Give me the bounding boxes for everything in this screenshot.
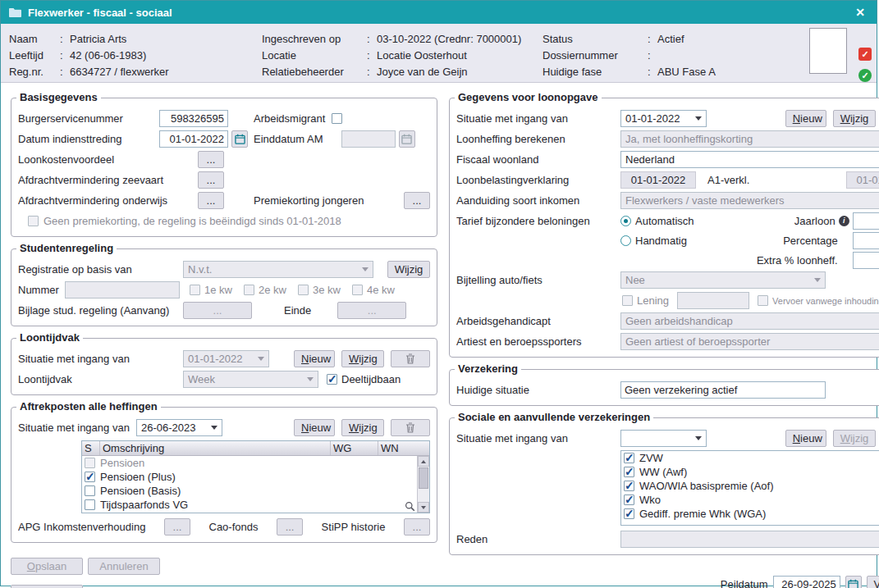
- annuleren-button[interactable]: Annuleren: [88, 558, 160, 575]
- stipp-historie-button[interactable]: ...: [404, 518, 430, 536]
- handmatig-radio[interactable]: [620, 235, 631, 246]
- vervoer-label: Vervoer vanwege inhoudingsplichtige: [772, 296, 879, 306]
- opslaan-button[interactable]: Opslaan: [11, 558, 83, 575]
- aftrek-delete-button[interactable]: [391, 419, 430, 436]
- scroll-up-button[interactable]: [418, 456, 429, 467]
- loontijdvak-delete-button[interactable]: [391, 350, 430, 367]
- aftrek-row-checkbox[interactable]: [85, 499, 95, 510]
- einddatum-am-label: Einddatum AM: [254, 133, 323, 145]
- search-icon[interactable]: [405, 501, 415, 512]
- verversen-button[interactable]: Verversen: [867, 576, 879, 588]
- a1-verklaring-field[interactable]: 01-01-2022: [846, 171, 879, 189]
- aftrek-row-label: Pensioen: [100, 457, 144, 469]
- soort-inkomen-select[interactable]: Flexwerkers / vaste medewerkers: [620, 192, 879, 209]
- aftrek-nieuw-button[interactable]: Nieuw: [294, 419, 335, 436]
- loonopgave-wijzig-button[interactable]: Wijzig: [833, 110, 876, 127]
- list-item-checkbox[interactable]: [624, 467, 634, 477]
- lening-checkbox: [622, 295, 633, 306]
- bsn-input[interactable]: [159, 110, 228, 127]
- arbeidsmigrant-checkbox[interactable]: [332, 113, 342, 124]
- list-item-checkbox[interactable]: [624, 495, 634, 505]
- list-item-checkbox[interactable]: [624, 508, 634, 519]
- list-item[interactable]: ZVW: [621, 451, 879, 465]
- automatisch-label: Automatisch: [635, 215, 694, 227]
- aftrek-row-label: Tijdspaarfonds VG: [100, 499, 188, 511]
- scroll-thumb[interactable]: [419, 467, 428, 489]
- aftrek-row[interactable]: Tijdspaarfonds VG: [82, 498, 429, 512]
- percentage-input[interactable]: [853, 232, 879, 249]
- trash-icon: [405, 353, 415, 364]
- aftrek-row[interactable]: Pensioen: [82, 456, 429, 470]
- percentage-label: Percentage: [783, 235, 838, 247]
- info-value-huidige-fase: ABU Fase A: [657, 66, 716, 78]
- registratie-select[interactable]: N.v.t.: [183, 261, 373, 278]
- aftrek-situatie-select[interactable]: 26-06-2023: [136, 419, 222, 436]
- vertical-scrollbar[interactable]: [417, 456, 429, 513]
- chevron-down-icon: [695, 116, 702, 121]
- loontijdvak-situatie-select[interactable]: 01-01-2022: [183, 350, 269, 367]
- list-item[interactable]: WAO/WIA basispremie (Aof): [621, 479, 879, 493]
- afdrachtvermindering-zeevaart-button[interactable]: ...: [198, 171, 224, 189]
- info-value-status: Actief: [657, 33, 684, 45]
- lening-label: Lening: [637, 294, 669, 307]
- sociale-nieuw-button[interactable]: Nieuw: [785, 430, 826, 447]
- deeltijdbaan-checkbox[interactable]: [327, 374, 337, 385]
- kw1-label: 1e kw: [204, 284, 232, 296]
- chevron-down-icon: [695, 436, 702, 440]
- jaarloon-input[interactable]: [853, 212, 879, 230]
- afdrachtvermindering-onderwijs-button[interactable]: ...: [198, 192, 224, 209]
- list-item[interactable]: Wko: [621, 493, 879, 507]
- sociale-situatie-select[interactable]: [620, 430, 707, 447]
- list-item-checkbox[interactable]: [624, 481, 634, 491]
- list-item[interactable]: Gediff. premie Whk (WGA): [621, 507, 879, 521]
- info-label-locatie: Locatie: [262, 49, 367, 62]
- loonheffing-select[interactable]: Ja, met loonheffingskorting: [620, 130, 879, 148]
- group-title-basisgegevens: Basisgegevens: [16, 91, 101, 103]
- peildatum-input[interactable]: [773, 576, 840, 588]
- aftrek-row-checkbox[interactable]: [85, 472, 95, 482]
- artiest-select[interactable]: Geen artiest of beroepssporter: [620, 333, 879, 350]
- huidige-situatie-input[interactable]: [620, 381, 826, 399]
- loonopgave-nieuw-button[interactable]: Nieuw: [785, 110, 826, 127]
- premiekorting-jongeren-label: Premiekorting jongeren: [254, 194, 364, 207]
- loonkostenvoordeel-button[interactable]: ...: [198, 151, 224, 168]
- kw2-checkbox: [244, 285, 254, 295]
- apg-button[interactable]: ...: [164, 518, 190, 536]
- info-label-relatiebeheerder: Relatiebeheerder: [262, 66, 367, 78]
- aftrek-table: S Omschrijving WG WN Pensioen Pensioen (…: [81, 440, 430, 513]
- premiekorting-jongeren-button[interactable]: ...: [404, 192, 430, 209]
- sociale-wijzig-button[interactable]: Wijzig: [833, 430, 876, 447]
- datum-indiensttreding-calendar-button[interactable]: [231, 130, 248, 148]
- aftrek-row[interactable]: Pensioen (Plus): [82, 470, 429, 484]
- scroll-down-button[interactable]: [418, 502, 429, 513]
- bijtelling-select[interactable]: Nee: [620, 271, 826, 289]
- loontijdvak-select[interactable]: Week: [183, 371, 318, 388]
- group-title-verzekering: Verzekering: [455, 362, 521, 375]
- aftrek-row-checkbox[interactable]: [85, 458, 95, 468]
- peildatum-calendar-button[interactable]: [845, 576, 862, 588]
- datum-indiensttreding-input[interactable]: [159, 130, 228, 148]
- afdrachtvermindering-onderwijs-label: Afdrachtvermindering onderwijs: [18, 194, 198, 207]
- list-item-checkbox[interactable]: [624, 453, 634, 463]
- reden-label: Reden: [456, 533, 620, 545]
- extra-loonheffing-input[interactable]: [853, 252, 879, 269]
- arbeidsgehandicapt-select[interactable]: Geen arbeidshandicap: [620, 312, 879, 330]
- info-icon[interactable]: [839, 216, 849, 226]
- loontijdvak-nieuw-button[interactable]: Nieuw: [294, 350, 335, 367]
- aftrek-wijzig-button[interactable]: Wijzig: [341, 419, 384, 436]
- list-item[interactable]: WW (Awf): [621, 465, 879, 479]
- info-value-leeftijd: 42 (06-06-1983): [70, 49, 146, 62]
- chevron-down-icon: [814, 278, 821, 282]
- cao-fonds-button[interactable]: ...: [277, 518, 303, 536]
- registratie-wijzig-button[interactable]: Wijzig: [387, 261, 430, 278]
- loonbelastingverklaring-field[interactable]: 01-01-2022: [620, 171, 696, 189]
- loontijdvak-wijzig-button[interactable]: Wijzig: [341, 350, 384, 367]
- close-button[interactable]: ✕: [852, 6, 868, 19]
- fiscaal-woonland-select[interactable]: Nederland: [620, 151, 879, 168]
- aftrek-row[interactable]: Pensioen (Basis): [82, 484, 429, 498]
- ok-button[interactable]: Ok: [11, 585, 83, 588]
- loonopgave-situatie-select[interactable]: 01-01-2022: [620, 110, 707, 127]
- header-cell-s: S: [82, 441, 100, 455]
- automatisch-radio[interactable]: [620, 216, 631, 226]
- aftrek-row-checkbox[interactable]: [85, 485, 95, 496]
